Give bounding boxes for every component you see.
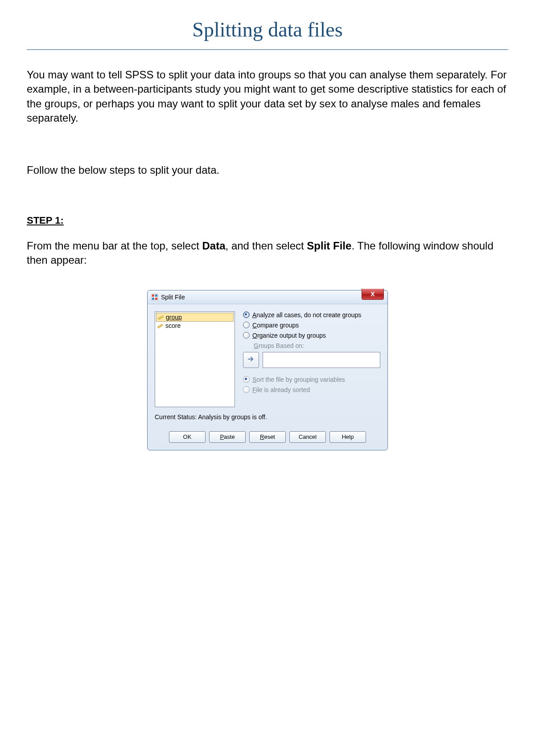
ok-button[interactable]: OK (169, 431, 206, 443)
radio-compare-groups[interactable]: Compare groups (243, 322, 380, 329)
reset-button[interactable]: Reset (249, 431, 286, 443)
variable-list[interactable]: group (155, 311, 235, 407)
move-right-button[interactable] (243, 352, 259, 368)
radio-icon (243, 332, 250, 339)
ruler-icon (157, 314, 164, 320)
svg-rect-5 (158, 315, 164, 320)
svg-rect-2 (155, 294, 157, 297)
radio-file-already-sorted: File is already sorted (243, 386, 380, 393)
radio-icon (243, 376, 250, 383)
follow-paragraph: Follow the below steps to split your dat… (27, 163, 508, 177)
button-label: Paste (220, 433, 235, 440)
button-label: Reset (260, 433, 275, 440)
groups-based-on-list[interactable] (263, 352, 380, 368)
button-label: Cancel (299, 433, 317, 440)
variable-label: group (166, 314, 182, 321)
radio-analyze-all[interactable]: Analyze all cases, do not create groups (243, 311, 380, 319)
button-label: Help (342, 433, 354, 440)
title-rule (27, 49, 508, 50)
svg-rect-4 (155, 298, 157, 300)
radio-icon (243, 311, 250, 318)
svg-rect-3 (152, 298, 154, 300)
step-1-bold-splitfile: Split File (307, 240, 351, 252)
variable-item-group[interactable]: group (156, 313, 234, 322)
step-1-bold-data: Data (202, 240, 226, 252)
radio-label: Organize output by groups (252, 332, 326, 339)
groups-based-on-label: Groups Based on: (254, 342, 380, 349)
variable-label: score (165, 322, 181, 329)
page-title: Splitting data files (27, 18, 508, 41)
variable-item-score[interactable]: score (156, 322, 234, 330)
step-1-body: From the menu bar at the top, select Dat… (27, 239, 508, 268)
app-icon (151, 294, 158, 301)
paste-button[interactable]: Paste (209, 431, 246, 443)
radio-label: File is already sorted (252, 386, 310, 393)
ruler-icon (157, 322, 164, 329)
help-button[interactable]: Help (329, 431, 366, 443)
radio-icon (243, 386, 250, 393)
radio-label: Analyze all cases, do not create groups (252, 311, 361, 319)
dialog-title: Split File (161, 294, 185, 301)
close-button[interactable]: X (362, 289, 384, 300)
step-1-text-pre: From the menu bar at the top, select (27, 240, 202, 252)
radio-organize-output[interactable]: Organize output by groups (243, 332, 380, 339)
dialog-titlebar[interactable]: Split File X (148, 290, 387, 304)
close-icon: X (370, 290, 374, 298)
current-status-label: Current Status: Analysis by groups is of… (155, 413, 380, 421)
radio-icon (243, 322, 250, 328)
arrow-right-icon (247, 355, 255, 365)
intro-paragraph: You may want to tell SPSS to split your … (27, 68, 508, 126)
step-1-heading: STEP 1: (27, 215, 508, 226)
radio-label: Sort the file by grouping variables (252, 376, 345, 383)
radio-label: Compare groups (252, 322, 299, 329)
button-label: OK (183, 433, 192, 440)
step-1-text-mid: , and then select (226, 240, 307, 252)
split-file-dialog: Split File X (147, 290, 388, 450)
radio-sort-by-grouping: Sort the file by grouping variables (243, 376, 380, 383)
cancel-button[interactable]: Cancel (289, 431, 326, 443)
svg-rect-11 (157, 324, 163, 328)
svg-rect-1 (152, 294, 154, 297)
